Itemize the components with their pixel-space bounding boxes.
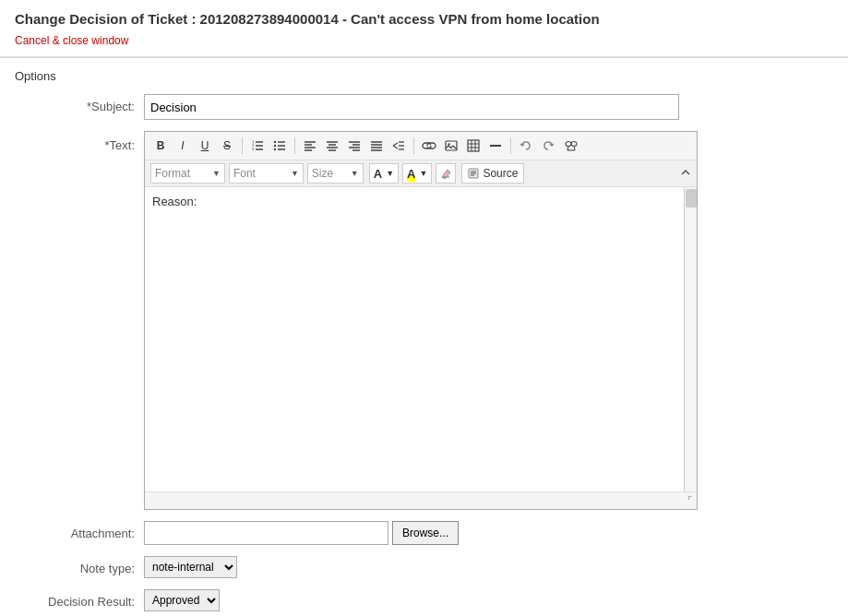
svg-line-28 bbox=[393, 143, 398, 146]
align-center-button[interactable] bbox=[322, 136, 342, 156]
svg-line-45 bbox=[574, 147, 575, 151]
scrollbar-up-button[interactable] bbox=[680, 167, 691, 181]
decision-result-label-text: Decision Result: bbox=[48, 595, 135, 609]
decision-result-row: Decision Result: Approved Rejected Pendi… bbox=[15, 589, 833, 611]
hr-button[interactable] bbox=[485, 136, 506, 156]
indent-left-button[interactable] bbox=[388, 136, 409, 156]
sep4 bbox=[510, 137, 511, 154]
size-dropdown[interactable]: Size ▼ bbox=[307, 163, 364, 184]
subject-label-text: *Subject: bbox=[87, 100, 135, 113]
decision-result-field: Approved Rejected Pending bbox=[144, 589, 833, 611]
bold-button[interactable]: B bbox=[150, 136, 171, 156]
image-button[interactable] bbox=[441, 136, 461, 156]
svg-rect-35 bbox=[468, 140, 479, 151]
source-label: Source bbox=[483, 167, 518, 180]
size-arrow-icon: ▼ bbox=[351, 169, 359, 178]
editor-text: Reason: bbox=[152, 195, 689, 208]
unordered-list-button[interactable] bbox=[269, 136, 290, 156]
note-type-field: note-internal note-external bbox=[144, 556, 833, 578]
svg-point-10 bbox=[274, 145, 276, 147]
format-label: Format bbox=[155, 167, 210, 180]
svg-point-41 bbox=[566, 142, 571, 147]
cancel-link[interactable]: Cancel & close window bbox=[15, 34, 128, 47]
subject-label: *Subject: bbox=[15, 94, 144, 113]
font-arrow-icon: ▼ bbox=[291, 169, 299, 178]
scrollbar-thumb bbox=[686, 189, 697, 207]
note-type-select[interactable]: note-internal note-external bbox=[144, 556, 237, 578]
svg-point-11 bbox=[274, 148, 276, 150]
format-dropdown[interactable]: Format ▼ bbox=[150, 163, 225, 184]
font-color-button[interactable]: A ▼ bbox=[369, 163, 399, 184]
italic-button[interactable]: I bbox=[173, 136, 193, 156]
align-left-button[interactable] bbox=[300, 136, 320, 156]
source-icon bbox=[468, 168, 479, 179]
underline-button[interactable]: U bbox=[195, 136, 215, 156]
browse-button[interactable]: Browse... bbox=[392, 521, 459, 545]
attachment-input[interactable] bbox=[144, 521, 388, 545]
attachment-label: Attachment: bbox=[15, 521, 144, 540]
svg-point-9 bbox=[274, 141, 276, 143]
svg-point-42 bbox=[571, 142, 577, 147]
text-label: *Text: bbox=[15, 131, 144, 152]
link-button[interactable] bbox=[419, 136, 439, 156]
font-color-arrow-icon: ▼ bbox=[386, 169, 394, 178]
subject-input[interactable] bbox=[144, 94, 679, 120]
text-row: *Text: B I U S 1 bbox=[15, 131, 833, 510]
sep1 bbox=[242, 137, 243, 154]
svg-text:3: 3 bbox=[252, 147, 255, 151]
svg-point-34 bbox=[448, 143, 449, 145]
toolbar-row1: B I U S 1 2 3 bbox=[145, 132, 697, 160]
editor-scrollbar[interactable] bbox=[684, 187, 697, 492]
note-type-label-text: Note type: bbox=[80, 562, 135, 575]
attachment-row: Attachment: Browse... bbox=[15, 521, 833, 545]
note-type-row: Note type: note-internal note-external bbox=[15, 556, 833, 578]
font-label: Font bbox=[233, 167, 289, 180]
svg-line-29 bbox=[393, 146, 398, 148]
toolbar-row2: Format ▼ Font ▼ Size ▼ A bbox=[145, 160, 697, 187]
options-label: Options bbox=[0, 58, 848, 90]
decision-result-label: Decision Result: bbox=[15, 589, 144, 609]
table-button[interactable] bbox=[463, 136, 484, 156]
sep2 bbox=[294, 137, 295, 154]
highlight-arrow-icon: ▼ bbox=[419, 169, 427, 178]
subject-field bbox=[144, 94, 833, 120]
highlight-color-button[interactable]: A ▼ bbox=[402, 163, 432, 184]
eraser-button[interactable] bbox=[436, 163, 456, 184]
svg-rect-33 bbox=[446, 141, 457, 150]
justify-button[interactable] bbox=[366, 136, 387, 156]
font-color-a-icon: A bbox=[374, 167, 382, 181]
editor-content[interactable]: Reason: bbox=[145, 187, 697, 492]
svg-line-44 bbox=[567, 147, 568, 151]
source-button[interactable]: Source bbox=[461, 163, 524, 184]
editor-wrapper: B I U S 1 2 3 bbox=[144, 131, 698, 510]
subject-row: *Subject: bbox=[15, 94, 833, 120]
decision-result-select[interactable]: Approved Rejected Pending bbox=[144, 589, 220, 611]
editor-resize-handle[interactable]: ⌜ bbox=[145, 492, 697, 509]
undo-button[interactable] bbox=[516, 136, 536, 156]
highlight-icon: A bbox=[407, 167, 415, 181]
find-button[interactable] bbox=[560, 136, 584, 156]
attachment-field: Browse... bbox=[144, 521, 833, 545]
align-right-button[interactable] bbox=[344, 136, 364, 156]
note-type-label: Note type: bbox=[15, 556, 144, 575]
text-label-text: *Text: bbox=[104, 138, 135, 152]
page-title: Change Decision of Ticket : 201208273894… bbox=[15, 11, 833, 27]
font-dropdown[interactable]: Font ▼ bbox=[229, 163, 304, 184]
text-field: B I U S 1 2 3 bbox=[144, 131, 833, 510]
ordered-list-button[interactable]: 1 2 3 bbox=[247, 136, 268, 156]
redo-button[interactable] bbox=[538, 136, 558, 156]
format-arrow-icon: ▼ bbox=[212, 169, 221, 178]
attachment-label-text: Attachment: bbox=[71, 527, 135, 540]
sep3 bbox=[413, 137, 414, 154]
strikethrough-button[interactable]: S bbox=[217, 136, 237, 156]
editor-area: Reason: bbox=[145, 187, 697, 492]
size-label: Size bbox=[312, 167, 349, 180]
